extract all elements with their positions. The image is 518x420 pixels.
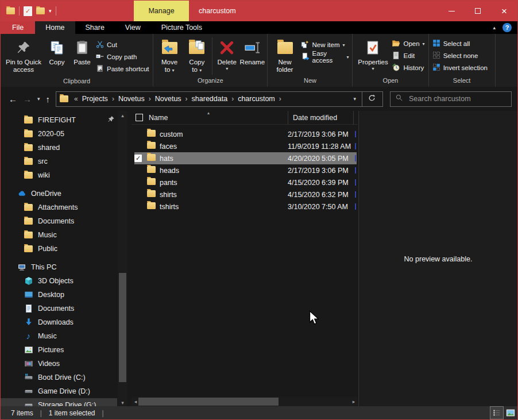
row-checkbox[interactable]: ✓ bbox=[134, 155, 147, 162]
table-row[interactable]: tshirts3/10/2020 7:50 AM bbox=[134, 201, 357, 213]
delete-button[interactable]: Delete ▾ bbox=[214, 36, 239, 73]
breadcrumb-overflow[interactable]: « bbox=[72, 95, 80, 103]
sidebar-item[interactable]: Music bbox=[1, 228, 117, 242]
cut-button[interactable]: Cut bbox=[96, 40, 149, 50]
tab-view[interactable]: View bbox=[115, 21, 151, 34]
refresh-icon[interactable] bbox=[362, 94, 381, 103]
paste-shortcut-button[interactable]: Paste shortcut bbox=[96, 64, 149, 74]
collapse-ribbon-icon[interactable]: ▴ bbox=[493, 25, 496, 30]
chevron-down-icon[interactable]: ▾ bbox=[49, 8, 52, 14]
select-all-checkbox[interactable] bbox=[136, 114, 143, 121]
tab-manage[interactable]: Manage bbox=[134, 1, 189, 21]
back-button[interactable]: ← bbox=[9, 94, 17, 104]
folder-icon[interactable] bbox=[6, 7, 15, 14]
sidebar-item[interactable]: Documents bbox=[1, 214, 117, 228]
select-all-icon bbox=[432, 39, 440, 48]
sidebar-item[interactable]: 2020-05 bbox=[1, 127, 117, 141]
table-row[interactable]: shirts4/15/2020 6:32 PM bbox=[134, 188, 357, 201]
sidebar-item[interactable]: Attachments bbox=[1, 201, 117, 214]
breadcrumb-item[interactable]: charcustom bbox=[236, 95, 277, 103]
window-controls: × bbox=[438, 1, 517, 21]
sidebar-item[interactable]: Public bbox=[1, 242, 117, 256]
sidebar-item[interactable]: src bbox=[1, 155, 117, 168]
horizontal-scrollbar[interactable]: ◂ ▸ bbox=[132, 397, 358, 406]
history-button[interactable]: History bbox=[392, 63, 424, 73]
invert-selection-button[interactable]: Invert selection bbox=[432, 63, 488, 73]
new-folder-button[interactable]: New folder bbox=[270, 36, 299, 75]
address-bar[interactable]: « Projects›Novetus›Novetus›shareddata›ch… bbox=[56, 91, 383, 107]
chevron-right-icon[interactable]: › bbox=[110, 95, 117, 103]
select-all-button[interactable]: Select all bbox=[432, 38, 488, 49]
scroll-thumb[interactable] bbox=[138, 398, 279, 406]
tab-home[interactable]: Home bbox=[35, 21, 75, 34]
minimize-button[interactable] bbox=[438, 1, 465, 21]
table-row[interactable]: heads2/17/2019 3:06 PM bbox=[134, 164, 357, 176]
open-button[interactable]: Open ▾ bbox=[392, 38, 424, 49]
close-button[interactable]: × bbox=[491, 1, 517, 21]
properties-check-icon[interactable]: ✓ bbox=[24, 6, 32, 16]
chevron-right-icon[interactable]: › bbox=[277, 95, 284, 103]
scroll-up-icon[interactable]: ▴ bbox=[118, 111, 127, 120]
copy-to-button[interactable]: Copy to ▾ bbox=[183, 36, 210, 76]
tab-picture-tools[interactable]: Picture Tools bbox=[151, 21, 212, 34]
folder-icon[interactable] bbox=[36, 7, 45, 14]
chevron-right-icon[interactable]: › bbox=[183, 95, 190, 103]
details-view-button[interactable] bbox=[490, 406, 504, 419]
nav-scrollbar[interactable]: ▴ ▾ bbox=[118, 111, 127, 407]
select-none-button[interactable]: Select none bbox=[432, 51, 488, 61]
sidebar-item[interactable]: Downloads bbox=[1, 315, 117, 329]
sidebar-item[interactable]: Boot Drive (C:) bbox=[1, 371, 117, 384]
sidebar-item[interactable]: 3D Objects bbox=[1, 274, 117, 288]
help-icon[interactable]: ? bbox=[502, 23, 512, 32]
breadcrumb-item[interactable]: Novetus bbox=[153, 95, 183, 103]
sidebar-item[interactable]: Pictures bbox=[1, 343, 117, 357]
move-to-button[interactable]: Move to ▾ bbox=[156, 36, 183, 76]
folder-icon bbox=[147, 154, 160, 163]
maximize-button[interactable] bbox=[465, 1, 491, 21]
table-row[interactable]: faces11/9/2019 11:28 AM bbox=[134, 140, 357, 152]
scroll-right-icon[interactable]: ▸ bbox=[350, 399, 358, 404]
tab-file[interactable]: File bbox=[1, 21, 35, 34]
search-input[interactable] bbox=[408, 94, 507, 103]
forward-button[interactable]: → bbox=[23, 94, 32, 104]
column-header-name[interactable]: Name bbox=[149, 114, 168, 122]
breadcrumb-item[interactable]: Novetus bbox=[117, 95, 146, 103]
chevron-right-icon[interactable]: › bbox=[146, 95, 153, 103]
sidebar-item[interactable]: ♪Music bbox=[1, 329, 117, 343]
chevron-right-icon[interactable]: › bbox=[229, 95, 236, 103]
table-row[interactable]: custom2/17/2019 3:06 PM bbox=[134, 128, 357, 140]
sidebar-item[interactable]: Desktop bbox=[1, 288, 117, 302]
column-header-date[interactable]: Date modified bbox=[288, 111, 354, 125]
breadcrumb-item[interactable]: Projects bbox=[80, 95, 110, 103]
preview-pane: No preview available. bbox=[358, 111, 517, 407]
address-dropdown-icon[interactable]: ▾ bbox=[347, 96, 362, 102]
tab-share[interactable]: Share bbox=[75, 21, 115, 34]
sidebar-item[interactable]: Videos bbox=[1, 357, 117, 371]
breadcrumb-item[interactable]: shareddata bbox=[190, 95, 230, 103]
edit-button[interactable]: Edit bbox=[392, 51, 424, 61]
table-row[interactable]: ✓hats4/20/2020 5:05 PM bbox=[134, 152, 357, 164]
sidebar-item[interactable]: FIREFIGHT bbox=[1, 113, 117, 127]
copy-button[interactable]: Copy bbox=[44, 36, 69, 68]
properties-button[interactable]: Properties ▾ bbox=[355, 36, 391, 73]
up-button[interactable]: ↑ bbox=[46, 94, 51, 104]
sidebar-item[interactable]: wiki bbox=[1, 168, 117, 182]
pin-to-quick-access-button[interactable]: Pin to Quick access bbox=[3, 36, 44, 75]
sidebar-item[interactable]: OneDrive bbox=[1, 187, 117, 201]
folder-icon bbox=[24, 244, 33, 254]
sidebar-item[interactable]: Game Drive (D:) bbox=[1, 384, 117, 398]
paste-button[interactable]: Paste bbox=[69, 36, 95, 68]
large-icons-view-button[interactable] bbox=[504, 406, 517, 419]
sidebar-item[interactable]: shared bbox=[1, 141, 117, 155]
sidebar-item[interactable]: Documents bbox=[1, 302, 117, 315]
rename-button[interactable]: Rename bbox=[239, 36, 265, 68]
scroll-thumb[interactable] bbox=[119, 273, 126, 382]
chevron-down-icon: ▾ bbox=[342, 43, 345, 48]
recent-locations-icon[interactable]: ▾ bbox=[37, 96, 40, 102]
copy-path-button[interactable]: w Copy path bbox=[96, 52, 149, 62]
search-box[interactable] bbox=[390, 91, 512, 107]
new-item-button[interactable]: New item ▾ bbox=[301, 40, 349, 50]
easy-access-button[interactable]: Easy access ▾ bbox=[301, 52, 349, 62]
table-row[interactable]: pants4/15/2020 6:39 PM bbox=[134, 176, 357, 188]
sidebar-item[interactable]: This PC bbox=[1, 260, 117, 274]
